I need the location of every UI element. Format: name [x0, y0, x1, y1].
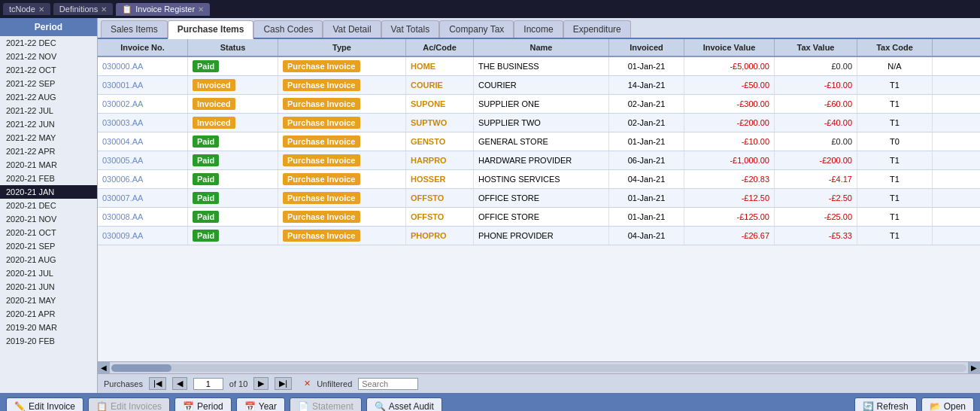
cell-invoice-no[interactable]: 030009.AA [98, 227, 188, 245]
edit-invoices-button[interactable]: 📋 Edit Invoices [88, 397, 170, 411]
table-row[interactable]: 030000.AAPaidPurchase InvoiceHOMETHE BUS… [98, 57, 980, 76]
pagination-next-btn[interactable]: ▶ [253, 377, 269, 390]
invoice-no-link[interactable]: 030005.AA [102, 156, 143, 165]
table-row[interactable]: 030007.AAPaidPurchase InvoiceOFFSTOOFFIC… [98, 189, 980, 208]
scroll-track[interactable] [111, 364, 966, 372]
cell-invoice-no[interactable]: 030001.AA [98, 76, 188, 94]
cell-invoice-no[interactable]: 030000.AA [98, 57, 188, 75]
sidebar-item-0[interactable]: 2021-22 DEC [0, 36, 97, 50]
cell-accode: OFFSTO [406, 208, 474, 226]
cell-name: HOSTING SERVICES [474, 170, 609, 188]
sidebar-item-4[interactable]: 2021-22 AUG [0, 90, 97, 104]
table-row[interactable]: 030002.AAInvoicedPurchase InvoiceSUPONES… [98, 95, 980, 114]
sidebar-item-15[interactable]: 2020-21 SEP [0, 239, 97, 253]
open-button[interactable]: 📂 Open [921, 397, 974, 411]
tab-definitions-close[interactable]: ✕ [101, 5, 107, 14]
table-row[interactable]: 030009.AAPaidPurchase InvoicePHOPROPHONE… [98, 227, 980, 245]
cell-invoiced: 04-Jan-21 [609, 227, 684, 245]
sidebar-item-21[interactable]: 2019-20 MAR [0, 321, 97, 334]
sidebar-item-8[interactable]: 2021-22 APR [0, 145, 97, 158]
asset-audit-button[interactable]: 🔍 Asset Audit [366, 397, 442, 411]
tab-definitions[interactable]: Definitions ✕ [53, 3, 113, 15]
cell-invoice-no[interactable]: 030006.AA [98, 170, 188, 188]
pagination-search-input[interactable] [358, 378, 418, 390]
sidebar-item-18[interactable]: 2020-21 JUN [0, 280, 97, 294]
table-row[interactable]: 030004.AAPaidPurchase InvoiceGENSTOGENER… [98, 132, 980, 151]
year-label: Year [259, 401, 277, 411]
invoice-no-link[interactable]: 030008.AA [102, 212, 143, 221]
sidebar-item-13[interactable]: 2020-21 NOV [0, 212, 97, 226]
period-button[interactable]: 📅 Period [174, 397, 232, 411]
sidebar-item-9[interactable]: 2020-21 MAR [0, 158, 97, 172]
top-tab-expenditure[interactable]: Expenditure [563, 20, 631, 38]
sidebar-item-20[interactable]: 2020-21 APR [0, 307, 97, 321]
sidebar-item-6[interactable]: 2021-22 JUN [0, 117, 97, 131]
sidebar-item-11[interactable]: 2020-21 JAN [0, 185, 97, 199]
cell-invoice-no[interactable]: 030008.AA [98, 208, 188, 226]
sidebar-item-10[interactable]: 2020-21 FEB [0, 172, 97, 185]
invoice-no-link[interactable]: 030006.AA [102, 175, 143, 184]
table-row[interactable]: 030005.AAPaidPurchase InvoiceHARPROHARDW… [98, 151, 980, 170]
cell-invoice-no[interactable]: 030007.AA [98, 189, 188, 207]
pagination-last-btn[interactable]: ▶| [275, 377, 292, 390]
table-row[interactable]: 030001.AAInvoicedPurchase InvoiceCOURIEC… [98, 76, 980, 95]
cell-invoice-value: -£5,000.00 [684, 57, 775, 75]
top-tab-vat-totals[interactable]: Vat Totals [381, 20, 440, 38]
cell-status: Paid [188, 189, 278, 207]
sidebar-item-2[interactable]: 2021-22 OCT [0, 63, 97, 77]
table-row[interactable]: 030008.AAPaidPurchase InvoiceOFFSTOOFFIC… [98, 208, 980, 227]
cell-invoice-no[interactable]: 030002.AA [98, 95, 188, 113]
sidebar-item-5[interactable]: 2021-22 JUL [0, 104, 97, 117]
pagination-prev-btn[interactable]: ◀ [172, 377, 187, 390]
top-tab-income[interactable]: Income [514, 20, 563, 38]
pagination-first-btn[interactable]: |◀ [149, 377, 166, 390]
table-row[interactable]: 030003.AAInvoicedPurchase InvoiceSUPTWOS… [98, 114, 980, 132]
sidebar-item-7[interactable]: 2021-22 MAY [0, 131, 97, 145]
sidebar-item-14[interactable]: 2020-21 OCT [0, 226, 97, 239]
tab-tcnode-close[interactable]: ✕ [38, 5, 44, 14]
cell-tax-code: T1 [857, 151, 933, 169]
sidebar-list[interactable]: 2021-22 DEC2021-22 NOV2021-22 OCT2021-22… [0, 36, 97, 393]
sidebar-item-12[interactable]: 2020-21 DEC [0, 199, 97, 212]
horizontal-scrollbar[interactable]: ◀ ▶ [98, 361, 980, 373]
sidebar-item-16[interactable]: 2020-21 AUG [0, 253, 97, 266]
sidebar-item-3[interactable]: 2021-22 SEP [0, 77, 97, 90]
sidebar-item-1[interactable]: 2021-22 NOV [0, 50, 97, 63]
sidebar-item-22[interactable]: 2019-20 FEB [0, 334, 97, 348]
invoice-no-link[interactable]: 030007.AA [102, 193, 143, 202]
cell-invoice-no[interactable]: 030004.AA [98, 132, 188, 151]
tab-definitions-label: Definitions [59, 5, 98, 14]
invoice-no-link[interactable]: 030004.AA [102, 137, 143, 146]
tab-invoice-register-close[interactable]: ✕ [198, 5, 204, 14]
top-tab-purchase-items[interactable]: Purchase Items [168, 20, 254, 39]
top-tab-company-tax[interactable]: Company Tax [439, 20, 514, 38]
title-bar: tcNode ✕ Definitions ✕ 📋 Invoice Registe… [0, 0, 980, 18]
refresh-button[interactable]: 🔄 Refresh [854, 397, 917, 411]
invoice-no-link[interactable]: 030001.AA [102, 81, 143, 90]
table-row[interactable]: 030006.AAPaidPurchase InvoiceHOSSERHOSTI… [98, 170, 980, 189]
year-button[interactable]: 📅 Year [236, 397, 285, 411]
invoice-no-link[interactable]: 030003.AA [102, 118, 143, 127]
tab-invoice-register[interactable]: 📋 Invoice Register ✕ [116, 3, 210, 16]
scroll-left-btn[interactable]: ◀ [98, 362, 110, 374]
edit-invoice-button[interactable]: ✏️ Edit Invoice [6, 397, 83, 411]
cell-invoice-value: -£26.67 [684, 227, 775, 245]
cell-invoice-no[interactable]: 030005.AA [98, 151, 188, 169]
tab-tcnode[interactable]: tcNode ✕ [3, 3, 50, 15]
pagination-current-input[interactable] [193, 378, 223, 390]
top-tab-cash-codes[interactable]: Cash Codes [253, 20, 323, 38]
top-tab-vat-detail[interactable]: Vat Detail [323, 20, 381, 38]
statement-button[interactable]: 📄 Statement [290, 397, 362, 411]
sidebar-item-17[interactable]: 2020-21 JUL [0, 266, 97, 280]
cell-name: PHONE PROVIDER [474, 227, 609, 245]
tab-invoice-register-label: Invoice Register [135, 5, 195, 14]
invoice-no-link[interactable]: 030002.AA [102, 99, 143, 108]
scroll-thumb[interactable] [111, 364, 171, 372]
top-tab-sales-items[interactable]: Sales Items [101, 20, 168, 38]
invoice-no-link[interactable]: 030009.AA [102, 231, 143, 240]
col-type: Type [278, 39, 406, 56]
sidebar-item-19[interactable]: 2020-21 MAY [0, 294, 97, 307]
invoice-no-link[interactable]: 030000.AA [102, 62, 143, 71]
cell-invoice-no[interactable]: 030003.AA [98, 114, 188, 132]
scroll-right-btn[interactable]: ▶ [968, 362, 980, 374]
